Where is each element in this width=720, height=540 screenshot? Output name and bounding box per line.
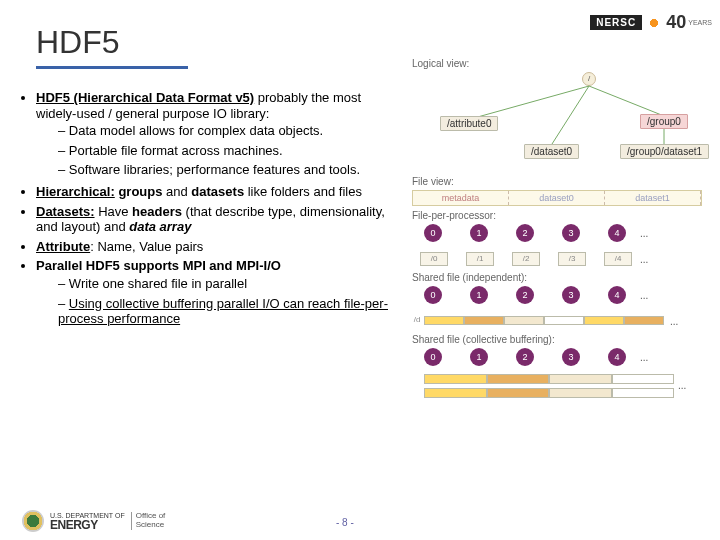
seg-dataset1: dataset1 (605, 191, 701, 205)
t: like folders and files (244, 184, 362, 199)
t: and (162, 184, 191, 199)
nersc-logo-text: NERSC (590, 15, 642, 30)
proc-node: 4 (608, 348, 626, 366)
bullet-datasets: Datasets: Have headers (that describe ty… (36, 204, 402, 235)
proc-node: 4 (608, 286, 626, 304)
hdf5-name: HDF5 (Hierarchical Data Format v5) (36, 90, 254, 105)
proc-node: 3 (562, 348, 580, 366)
doe-seal-icon (22, 510, 44, 532)
bullet-parallel-hdf5: Parallel HDF5 supports MPI and MPI-I/O (36, 258, 402, 274)
proc-node: 2 (516, 286, 534, 304)
dots: ... (640, 254, 648, 265)
t: datasets (191, 184, 244, 199)
file-box: /1 (466, 252, 494, 266)
dots: ... (640, 228, 648, 239)
dots: ... (670, 316, 678, 327)
proc-node: 0 (424, 224, 442, 242)
logical-view-diagram: Logical view: / /attribute0 /dataset0 /g… (412, 58, 707, 174)
shared-file-independent-diagram: Shared file (independent): 0 1 2 3 4 ...… (412, 272, 707, 334)
file-box: /3 (558, 252, 586, 266)
forty-text: 40 (666, 12, 686, 33)
proc-node: 2 (516, 224, 534, 242)
group0-dataset1-node: /group0/dataset1 (620, 144, 709, 159)
proc-node: 1 (470, 224, 488, 242)
dots: ... (640, 352, 648, 363)
slide-title: HDF5 (36, 24, 120, 61)
dots: ... (678, 380, 686, 391)
doe-logo: U.S. DEPARTMENT OF ENERGY Office of Scie… (22, 510, 165, 532)
proc-node: 1 (470, 286, 488, 304)
sun-icon (644, 13, 664, 33)
office-of-science: Office of Science (131, 512, 166, 530)
nersc-logo: NERSC 40 YEARS (590, 12, 712, 33)
file-box: /4 (604, 252, 632, 266)
attribute0-node: /attribute0 (440, 116, 498, 131)
bullet-attribute: Attribute: Name, Value pairs (36, 239, 402, 255)
file-row: metadata dataset0 dataset1 (412, 190, 702, 206)
years-text: YEARS (688, 19, 712, 26)
content-column: HDF5 (Hierarchical Data Format v5) proba… (22, 90, 402, 333)
sub-collective-buffering: Using collective buffering parallel I/O … (58, 296, 402, 327)
title-underline (36, 66, 188, 69)
t: data array (129, 219, 191, 234)
file-per-processor-diagram: File-per-processor: 0 1 2 3 4 ... /0 /1 … (412, 210, 707, 272)
dots: ... (640, 290, 648, 301)
buffer-bar (424, 374, 674, 384)
group0-node: /group0 (640, 114, 688, 129)
proc-node: 4 (608, 224, 626, 242)
file-box: /0 (420, 252, 448, 266)
page-number: - 8 - (336, 517, 354, 528)
t: Science (136, 521, 166, 530)
doe-text: U.S. DEPARTMENT OF ENERGY (50, 512, 125, 531)
file-box: /2 (512, 252, 540, 266)
doe-big: ENERGY (50, 519, 125, 531)
sub-portable: Portable file format across machines. (58, 143, 402, 159)
seg-dataset0: dataset0 (509, 191, 605, 205)
sub-data-model: Data model allows for complex data objec… (58, 123, 402, 139)
shared-bar (424, 316, 664, 325)
file-view-diagram: File view: metadata dataset0 dataset1 (412, 176, 707, 210)
file-view-label: File view: (412, 176, 707, 187)
t: Have (95, 204, 133, 219)
shared-file-collective-diagram: Shared file (collective buffering): 0 1 … (412, 334, 707, 396)
t: Attribute (36, 239, 90, 254)
sfi-label: Shared file (independent): (412, 272, 707, 283)
bullet-hdf5-intro: HDF5 (Hierarchical Data Format v5) proba… (36, 90, 402, 178)
t: Datasets: (36, 204, 95, 219)
diagram-column: Logical view: / /attribute0 /dataset0 /g… (412, 58, 707, 396)
dataset0-node: /dataset0 (524, 144, 579, 159)
shared-bar (424, 388, 674, 398)
proc-node: 1 (470, 348, 488, 366)
shared-file-label: /d (412, 314, 422, 328)
sub-shared-file: Write one shared file in parallel (58, 276, 402, 292)
t: Hierarchical: (36, 184, 115, 199)
t: Using collective buffering parallel I/O … (58, 296, 388, 327)
proc-node: 3 (562, 286, 580, 304)
fpp-label: File-per-processor: (412, 210, 707, 221)
proc-node: 3 (562, 224, 580, 242)
svg-line-2 (589, 86, 664, 116)
proc-node: 2 (516, 348, 534, 366)
t: headers (132, 204, 182, 219)
sub-libraries: Software libraries; performance features… (58, 162, 402, 178)
proc-node: 0 (424, 348, 442, 366)
proc-node: 0 (424, 286, 442, 304)
seg-metadata: metadata (413, 191, 509, 205)
sfb-label: Shared file (collective buffering): (412, 334, 707, 345)
t: groups (115, 184, 163, 199)
bullet-hierarchical: Hierarchical: groups and datasets like f… (36, 184, 402, 200)
t: : Name, Value pairs (90, 239, 203, 254)
